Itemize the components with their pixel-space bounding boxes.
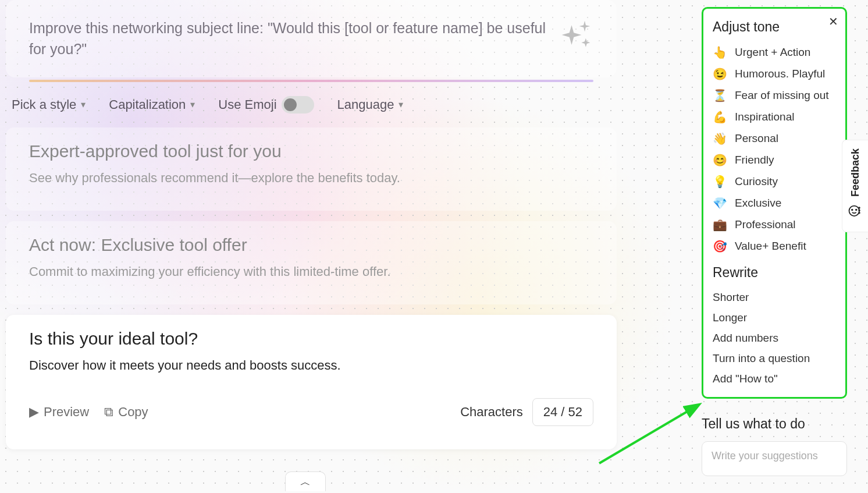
tone-emoji-icon: 💼 (713, 218, 727, 232)
tone-label: Value+ Benefit (735, 240, 806, 253)
annotation-arrow (593, 399, 710, 469)
preview-button[interactable]: ▶ Preview (29, 405, 89, 420)
tone-label: Curiosity (735, 175, 778, 188)
tone-emoji-icon: 🎯 (713, 239, 727, 253)
tone-list: 👆Urgent + Action😉Humorous. Playful⏳Fear … (713, 45, 836, 253)
svg-point-5 (859, 212, 860, 214)
feedback-label: Feedback (849, 148, 862, 197)
tone-label: Personal (735, 132, 778, 145)
result-card[interactable]: Act now: Exclusive tool offer Commit to … (6, 221, 617, 304)
result-title: Act now: Exclusive tool offer (29, 235, 593, 255)
chevron-down-icon: ▾ (190, 99, 195, 110)
tell-us-heading: Tell us what to do (702, 416, 847, 432)
feedback-face-icon (847, 204, 863, 224)
tone-item[interactable]: 👆Urgent + Action (713, 45, 836, 59)
tone-label: Friendly (735, 154, 774, 166)
tone-label: Inspirational (735, 111, 794, 123)
prompt-text: Improve this networking subject line: "W… (29, 17, 547, 60)
suggestions-input[interactable]: Write your suggestions (702, 441, 847, 476)
result-subtitle: Discover how it meets your needs and boo… (29, 356, 593, 375)
tone-label: Professional (735, 218, 796, 231)
close-icon[interactable]: ✕ (828, 15, 838, 29)
result-subtitle: See why professionals recommend it—explo… (29, 168, 593, 187)
tone-emoji-icon: 💎 (713, 196, 727, 210)
tone-emoji-icon: ⏳ (713, 88, 727, 102)
tone-item[interactable]: 💪Inspirational (713, 110, 836, 124)
chevron-down-icon: ▾ (81, 99, 86, 110)
tone-item[interactable]: 💡Curiosity (713, 175, 836, 189)
copy-label: Copy (118, 405, 148, 420)
result-card-selected[interactable]: Is this your ideal tool? Discover how it… (6, 315, 617, 449)
language-label: Language (337, 97, 394, 112)
tone-emoji-icon: 💪 (713, 110, 727, 124)
tone-label: Urgent + Action (735, 46, 810, 59)
character-counter: Characters 24 / 52 (460, 398, 593, 426)
rewrite-heading: Rewrite (713, 265, 836, 281)
tone-item[interactable]: 😉Humorous. Playful (713, 67, 836, 81)
characters-label: Characters (460, 405, 523, 420)
svg-point-3 (859, 207, 860, 208)
expand-up-handle[interactable]: ︿ (285, 471, 326, 491)
result-actions-row: ▶ Preview ⧉ Copy Characters 24 / 52 (29, 398, 593, 426)
tone-emoji-icon: 💡 (713, 175, 727, 189)
tone-emoji-icon: 👆 (713, 45, 727, 59)
tone-item[interactable]: 🎯Value+ Benefit (713, 239, 836, 253)
tone-label: Fear of missing out (735, 89, 829, 102)
use-emoji-label: Use Emoji (218, 97, 276, 112)
svg-point-0 (849, 206, 860, 217)
rewrite-list: ShorterLongerAdd numbersTurn into a ques… (713, 291, 836, 385)
preview-label: Preview (44, 405, 89, 420)
language-dropdown[interactable]: Language ▾ (337, 97, 404, 112)
chevron-up-icon: ︿ (300, 475, 311, 489)
tone-item[interactable]: 👋Personal (713, 132, 836, 146)
chevron-down-icon: ▾ (399, 99, 403, 110)
result-subtitle: Commit to maximizing your efficiency wit… (29, 262, 593, 281)
tell-us-section: Tell us what to do Write your suggestion… (702, 416, 847, 476)
play-icon: ▶ (29, 405, 39, 420)
rewrite-item[interactable]: Add "How to" (713, 373, 836, 385)
tone-item[interactable]: 😊Friendly (713, 153, 836, 167)
characters-value: 24 / 52 (532, 398, 593, 426)
tone-label: Exclusive (735, 197, 781, 210)
pick-style-label: Pick a style (12, 97, 76, 112)
capitalization-label: Capitalization (109, 97, 186, 112)
feedback-tab[interactable]: Feedback (842, 140, 868, 232)
use-emoji-control: Use Emoji (218, 96, 314, 114)
sparkle-icon[interactable] (558, 17, 593, 52)
copy-icon: ⧉ (104, 405, 113, 420)
result-card[interactable]: Expert-approved tool just for you See wh… (6, 127, 617, 211)
rewrite-item[interactable]: Add numbers (713, 332, 836, 345)
gradient-accent-bar (29, 80, 593, 82)
tone-item[interactable]: 💎Exclusive (713, 196, 836, 210)
tone-item[interactable]: ⏳Fear of missing out (713, 88, 836, 102)
use-emoji-toggle[interactable] (282, 96, 314, 114)
rewrite-item[interactable]: Shorter (713, 291, 836, 304)
tone-emoji-icon: 😊 (713, 153, 727, 167)
tone-item[interactable]: 💼Professional (713, 218, 836, 232)
rewrite-item[interactable]: Longer (713, 311, 836, 324)
svg-point-2 (856, 210, 857, 211)
prompt-card: Improve this networking subject line: "W… (6, 0, 617, 77)
pick-style-dropdown[interactable]: Pick a style ▾ (12, 97, 86, 112)
svg-point-4 (859, 210, 860, 211)
svg-point-1 (852, 210, 853, 211)
controls-row: Pick a style ▾ Capitalization ▾ Use Emoj… (6, 82, 617, 127)
adjust-tone-panel: ✕ Adjust tone 👆Urgent + Action😉Humorous.… (702, 7, 847, 399)
tone-label: Humorous. Playful (735, 68, 825, 80)
main-column: Improve this networking subject line: "W… (6, 0, 617, 460)
capitalization-dropdown[interactable]: Capitalization ▾ (109, 97, 195, 112)
rewrite-item[interactable]: Turn into a question (713, 352, 836, 365)
tone-emoji-icon: 😉 (713, 67, 727, 81)
result-title: Expert-approved tool just for you (29, 141, 593, 161)
svg-line-7 (599, 405, 698, 463)
result-title: Is this your ideal tool? (29, 329, 593, 349)
tone-emoji-icon: 👋 (713, 132, 727, 146)
copy-button[interactable]: ⧉ Copy (104, 405, 148, 420)
adjust-tone-heading: Adjust tone (713, 19, 836, 35)
